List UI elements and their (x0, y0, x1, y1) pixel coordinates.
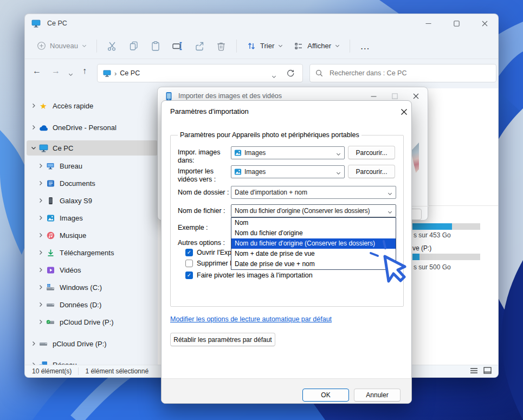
up-button[interactable]: ↑ (82, 66, 87, 76)
back-button[interactable]: ← (33, 66, 41, 76)
cut-button[interactable] (101, 36, 123, 56)
chevron-right-icon[interactable] (30, 103, 37, 108)
chevron-right-icon[interactable] (37, 215, 44, 221)
copy-button[interactable] (123, 36, 145, 56)
plus-circle-icon (37, 41, 46, 50)
chevron-right-icon[interactable] (37, 163, 44, 169)
browse-videos-button[interactable]: Parcourir... (348, 165, 395, 178)
rotate-images-checkbox[interactable]: ✓ Faire pivoter les images à l'importati… (185, 272, 313, 279)
address-dropdown-chevron[interactable] (272, 72, 276, 81)
folder-name-combobox[interactable]: Date d'importation + nom (231, 186, 396, 199)
cancel-button[interactable]: Annuler (354, 389, 401, 402)
sidebar-item-data-d[interactable]: Données (D:) (27, 297, 158, 312)
address-row: ← → ↑ › Ce PC (25, 62, 498, 83)
view-button[interactable]: Afficher (288, 36, 345, 56)
chevron-right-icon[interactable] (37, 285, 44, 290)
new-button[interactable]: Nouveau (31, 36, 92, 56)
close-button[interactable] (413, 92, 419, 101)
pcloud-drive-icon (46, 318, 55, 326)
sidebar-item-onedrive[interactable]: OneDrive - Personal (27, 120, 158, 135)
import-dialog-title: Importer des images et des vidéos (178, 92, 282, 100)
ok-button[interactable]: OK (302, 389, 349, 402)
settings-dialog-title: Paramètres d'importation (170, 107, 249, 115)
other-options-label: Autres options : (178, 239, 225, 247)
minimize-button[interactable] (419, 17, 437, 31)
chevron-right-icon[interactable] (37, 180, 44, 186)
restore-defaults-button[interactable]: Rétablir les paramètres par défaut (170, 333, 275, 346)
selection-count: 1 élément sélectionné (85, 367, 148, 375)
search-input[interactable] (328, 69, 477, 77)
drive-p-usage-bar (412, 254, 480, 260)
search-icon (315, 69, 323, 77)
chevron-right-icon[interactable] (37, 302, 44, 307)
sidebar-item-documents[interactable]: Documents (27, 176, 158, 191)
chevron-right-icon[interactable] (37, 232, 44, 238)
share-button[interactable] (189, 36, 210, 56)
refresh-button[interactable] (286, 69, 295, 80)
checkbox-unchecked-icon[interactable] (185, 260, 193, 267)
import-images-combobox[interactable]: Images (231, 146, 345, 159)
chevron-down-icon (335, 43, 340, 48)
rename-button[interactable] (166, 36, 189, 56)
combobox-value: Nom du fichier d'origine (Conserver les … (235, 207, 370, 215)
sidebar-item-label: pCloud Drive (P:) (60, 318, 114, 326)
sidebar-item-pcloud-drive[interactable]: pCloud Drive (P:) (27, 314, 158, 329)
drive-c-usage-bar (412, 223, 480, 230)
browse-images-button[interactable]: Parcourir... (348, 146, 395, 159)
chevron-down-icon (82, 43, 87, 48)
sidebar-item-label: Accès rapide (53, 102, 93, 110)
address-bar[interactable]: › Ce PC (97, 64, 303, 82)
maximize-button[interactable] (447, 17, 466, 31)
sidebar-item-music[interactable]: Musique (27, 228, 158, 243)
import-videos-combobox[interactable]: Images (231, 165, 345, 178)
copy-icon (128, 41, 139, 51)
details-view-button[interactable] (470, 367, 478, 376)
documents-icon (46, 179, 55, 188)
delete-button[interactable] (210, 36, 232, 56)
toolbar-separator (96, 40, 97, 53)
window-title: Ce PC (47, 20, 67, 27)
chevron-down-icon[interactable] (30, 145, 37, 151)
search-box[interactable] (309, 64, 496, 82)
windows-drive-icon (46, 283, 55, 292)
chevron-right-icon[interactable] (37, 267, 44, 273)
sidebar-item-desktop[interactable]: Bureau (27, 158, 158, 173)
dropdown-option[interactable]: Nom du fichier d'origine (231, 228, 396, 238)
sidebar-item-pcloud-drive-root[interactable]: pCloud Drive (P:) (27, 336, 158, 351)
sidebar-item-label: Données (D:) (60, 301, 101, 309)
sidebar-item-pictures[interactable]: Images (27, 210, 158, 225)
item-count: 10 élément(s) (32, 367, 72, 375)
checkbox-checked-icon[interactable]: ✓ (185, 272, 193, 279)
sidebar-item-videos[interactable]: Vidéos (27, 262, 158, 277)
star-icon: ★ (38, 102, 48, 110)
thumbnails-view-button[interactable] (483, 367, 492, 376)
recent-locations-chevron[interactable] (68, 69, 73, 79)
close-button[interactable] (475, 17, 494, 31)
chevron-down-icon (388, 190, 392, 198)
paste-button[interactable] (145, 36, 166, 56)
more-options-button[interactable]: … (354, 36, 376, 56)
chevron-right-icon[interactable] (37, 250, 44, 255)
import-images-label: Impor. images (178, 148, 221, 156)
sidebar-item-downloads[interactable]: Téléchargements (27, 245, 158, 260)
open-explorer-checkbox[interactable]: ✓ Ouvrir l'Explo (185, 249, 237, 256)
sidebar-item-galaxy-s9[interactable]: Galaxy S9 (27, 193, 158, 208)
chevron-right-icon[interactable] (30, 341, 37, 346)
close-icon[interactable] (398, 106, 409, 117)
combobox-value: Images (244, 149, 266, 157)
chevron-right-icon[interactable] (37, 198, 44, 203)
file-name-combobox[interactable]: Nom du fichier d'origine (Conserver les … (231, 204, 396, 217)
sidebar-item-this-pc[interactable]: Ce PC (27, 140, 158, 156)
breadcrumb[interactable]: Ce PC (120, 69, 140, 77)
delete-after-import-checkbox[interactable]: Supprimer les (185, 260, 238, 267)
sidebar-item-windows-c[interactable]: Windows (C:) (27, 280, 158, 295)
forward-button[interactable]: → (51, 66, 60, 76)
chevron-right-icon[interactable] (30, 125, 37, 130)
sidebar-item-quick-access[interactable]: ★ Accès rapide (27, 98, 158, 113)
sort-button[interactable]: Trier (241, 36, 288, 56)
drive-icon (38, 340, 48, 348)
dropdown-option[interactable]: Nom (231, 218, 396, 228)
chevron-right-icon[interactable] (37, 319, 44, 325)
checkbox-checked-icon[interactable]: ✓ (185, 249, 193, 256)
autoplay-options-link[interactable]: Modifier les options de lecture automati… (170, 315, 332, 323)
